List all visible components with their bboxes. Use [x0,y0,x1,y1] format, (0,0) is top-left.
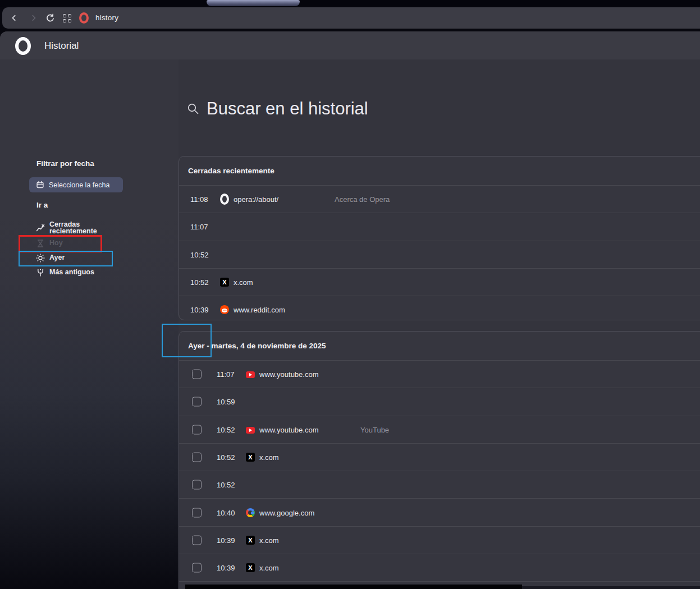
visit-time: 10:39 [217,564,235,572]
sidebar-item-label: Más antiguos [49,269,94,276]
history-row[interactable]: 11:08opera://about/Acerca de Opera [179,186,700,213]
visit-time: 10:52 [217,425,235,434]
visit-title: YouTube [360,425,389,434]
visit-time: 11:07 [190,223,208,231]
google-favicon [246,508,255,517]
visit-time: 10:40 [217,508,235,517]
forward-button[interactable] [27,7,40,29]
forward-arrow-icon [30,14,38,22]
x-icon [220,278,229,287]
sidebar-item-today[interactable]: Hoy [36,239,63,248]
sidebar-item-recently-closed[interactable]: Cerradas recientemente [36,222,101,234]
row-checkbox[interactable] [192,563,202,573]
history-row[interactable]: 10:52x.com [179,269,700,296]
recently-closed-icon [36,224,45,233]
visit-title: Acerca de Opera [335,195,390,204]
background-gradient [0,59,179,589]
back-arrow-icon [10,14,18,22]
visit-time: 11:07 [217,370,235,379]
site-favicon [76,7,91,29]
visit-url[interactable]: x.com [234,278,253,287]
speed-dial-button[interactable] [60,7,74,29]
visit-url[interactable]: x.com [259,564,279,572]
tiles-grid-icon [63,14,71,22]
history-page: Historial Filtrar por fecha Seleccione l… [0,31,700,589]
browser-window: history Historial Filtrar por fecha [0,0,700,589]
row-checkbox[interactable] [192,425,202,434]
browser-tab[interactable] [207,0,300,6]
history-row[interactable]: 10:59 [179,388,700,416]
yesterday-card: Ayer - martes, 4 de noviembre de 2025 11… [179,331,700,589]
opera-logo-white-icon [15,37,31,55]
row-checkbox[interactable] [192,397,202,407]
back-button[interactable] [7,7,21,29]
x-icon [246,563,255,572]
url-text[interactable]: history [95,13,118,22]
refresh-icon [45,13,55,23]
visit-url[interactable]: www.reddit.com [234,306,285,314]
history-row[interactable]: 11:07www.youtube.com [179,361,700,388]
history-row[interactable]: 10:39www.reddit.com [179,296,700,323]
history-search [185,92,533,126]
sidebar-item-yesterday[interactable]: Ayer [36,254,65,263]
visit-url[interactable]: x.com [259,453,279,462]
page-title: Historial [44,40,79,52]
page-header-bar: Historial [0,31,700,59]
history-row[interactable]: 10:39x.com [179,554,700,582]
visit-time: 11:08 [190,195,208,204]
visit-time: 10:52 [190,278,209,287]
visit-time: 10:52 [190,250,209,259]
opera-logo-red-icon [79,12,89,24]
x-favicon [246,453,255,462]
older-icon [36,268,45,277]
x-favicon [246,563,255,572]
sidebar-item-label: Hoy [49,240,63,247]
filter-heading: Filtrar por fecha [36,159,94,168]
row-checkbox[interactable] [192,370,202,379]
visit-time: 10:39 [190,306,209,314]
taskbar-edge-strip [185,585,522,589]
section-title: Ayer - martes, 4 de noviembre de 2025 [188,342,326,350]
youtube-icon [246,371,255,378]
sun-icon [36,254,45,263]
history-row[interactable]: 10:52 [179,471,700,499]
goto-heading: Ir a [36,201,48,209]
row-checkbox[interactable] [192,453,202,462]
history-row[interactable]: 10:40www.google.com [179,499,700,526]
section-header: Cerradas recientemente [179,157,700,186]
visit-time: 10:59 [217,398,235,406]
sidebar-item-label: Cerradas recientemente [49,222,101,234]
sidebar-item-label: Ayer [49,255,65,261]
recently-closed-card: Cerradas recientemente 11:08opera://abou… [179,156,700,320]
history-row[interactable]: 10:52 [179,241,700,269]
visit-url[interactable]: x.com [259,536,279,544]
history-row[interactable]: 10:39x.com [179,527,700,554]
history-row[interactable]: 10:52www.youtube.comYouTube [179,416,700,444]
history-row[interactable]: 11:07 [179,213,700,241]
visit-url[interactable]: www.youtube.com [259,425,319,434]
row-checkbox[interactable] [192,508,202,517]
x-icon [246,536,255,545]
search-input[interactable] [205,92,522,126]
sidebar-item-older[interactable]: Más antiguos [36,268,94,277]
google-icon [246,508,255,517]
visit-url[interactable]: www.google.com [259,508,314,517]
row-checkbox[interactable] [192,480,202,490]
youtube-icon [246,427,255,434]
row-checkbox[interactable] [192,535,202,545]
visit-time: 10:39 [217,536,235,544]
tab-bar [0,0,700,7]
select-date-button[interactable]: Seleccione la fecha [29,177,123,192]
visit-time: 10:52 [217,453,235,462]
reddit-favicon [220,305,229,314]
x-favicon [246,536,255,545]
calendar-icon [36,181,44,189]
refresh-button[interactable] [43,7,57,29]
visit-url[interactable]: www.youtube.com [259,370,319,379]
section-header: Ayer - martes, 4 de noviembre de 2025 [179,332,700,361]
address-bar[interactable]: history [2,7,700,29]
youtube-favicon [246,370,255,378]
visit-url[interactable]: opera://about/ [234,195,278,204]
history-row[interactable]: 10:52x.com [179,444,700,471]
x-favicon [220,278,229,287]
